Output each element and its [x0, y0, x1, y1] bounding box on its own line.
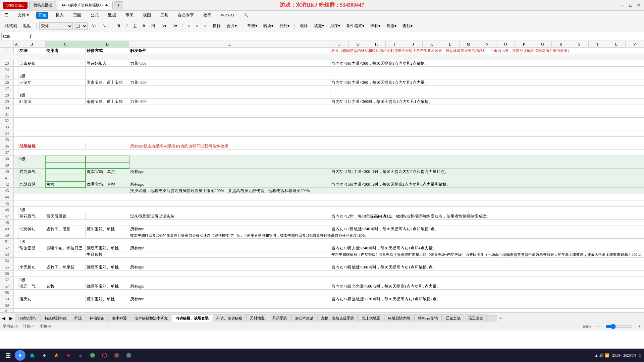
cell-d29[interactable]: 家传宝箱、道士宝箱 [86, 99, 129, 105]
sheet-tab-仙术神通[interactable]: 仙术神通 [108, 314, 130, 322]
sheet-tab-丹药系统[interactable]: 丹药系统 [269, 314, 291, 322]
col-header-j[interactable]: J [404, 41, 423, 48]
close-btn[interactable]: ✕ [636, 3, 641, 8]
col-header-h[interactable]: H [367, 41, 386, 48]
sheet-tab-外功[interactable]: 外功、轻功秘籍 [213, 314, 246, 322]
taskbar-app7[interactable]: ⬣ [123, 350, 134, 361]
align-left[interactable]: ≡ [185, 22, 192, 29]
align-right[interactable]: ≡ [202, 22, 209, 29]
cell-b42[interactable]: 九阴真经 [18, 181, 45, 188]
cell-b55[interactable]: 小无相功 [18, 264, 45, 270]
cell-f47[interactable]: 当内功<12时，每10天提高内功3点、敏捷6点和投掷熟练度12点，使用者性别强制… [330, 213, 644, 220]
taskbar-browser2[interactable]: ◉ [27, 350, 38, 361]
cell-b57[interactable]: 3级 [18, 277, 45, 283]
file-tab[interactable]: black的水许资料加强版1.0 4- [58, 1, 112, 9]
menu-review[interactable]: 审阅 [123, 12, 136, 19]
menu-hamburger[interactable]: ☰ [3, 12, 10, 18]
wrap-text[interactable]: 换行 [210, 22, 223, 30]
cell-f29[interactable]: 当内功<1目力量<300时，每10天提高1点内功和1点敏捷。 [330, 99, 644, 105]
cell-f57b[interactable]: 当内功<6目当力量<180点时，每10天提高1点内功和3点力量。 [330, 283, 644, 290]
sheet-tab-辽金[interactable]: 辽金之战 [442, 314, 464, 322]
cell-c36[interactable] [45, 143, 86, 149]
cell-b53[interactable] [18, 251, 45, 258]
sort-btn[interactable]: 排序▾ [328, 22, 342, 30]
cell-e23[interactable]: 力量<300 [129, 60, 330, 67]
col-header-k[interactable]: K [423, 41, 441, 48]
cell-a57b[interactable] [14, 283, 18, 290]
col-header-q[interactable]: Q [533, 41, 552, 48]
sheet-tab-北宋大地图[interactable]: 北宋大地图 [358, 314, 384, 322]
sheet-tab-bk版剧情[interactable]: bk版剧情大纲 [384, 314, 414, 322]
cell-c1[interactable]: 使用者 [45, 48, 86, 54]
cell-e53[interactable] [129, 251, 330, 258]
cell-c47[interactable]: 百天后重置 [45, 213, 86, 220]
cell-f40[interactable]: 当内功<15目力量<300点时，每10天提高内功2点和提高力量12点。 [330, 169, 644, 175]
cell-b50[interactable] [18, 232, 45, 239]
cell-f59[interactable]: 当内功<6目当敏捷<120点时，每10天提高内功1点和敏捷2点。 [330, 296, 644, 302]
cell-b52[interactable]: 瑜伽密盛 [18, 245, 45, 251]
fill-color-btn[interactable]: A▾ [159, 22, 169, 29]
cell-f23[interactable]: 当内功<6目力量<300，每10天提高1点内功和2点敏捷。 [330, 60, 644, 67]
cell-c25[interactable] [45, 73, 86, 79]
cell-c41[interactable] [45, 175, 86, 181]
sheet-tab-特殊npc[interactable]: 特殊npc副情 [414, 314, 442, 322]
cell-b1[interactable]: 功法 [18, 48, 45, 54]
cell-e28[interactable] [129, 92, 330, 99]
cell-c57b[interactable]: 玄妆 [45, 283, 86, 290]
cell-d53[interactable]: 生命传授 [86, 251, 129, 258]
cell-d1[interactable]: 获得方式 [86, 48, 129, 54]
cell-a43[interactable] [14, 188, 18, 194]
taskbar-app3[interactable]: ▲ [75, 350, 86, 361]
cell-a25[interactable] [14, 73, 18, 79]
cell-f24[interactable] [330, 67, 644, 73]
menu-insert[interactable]: 插入 [54, 12, 66, 19]
minimize-btn[interactable]: ─ [620, 3, 625, 8]
cell-e1[interactable]: 触发条件 [129, 48, 330, 54]
cell-f55[interactable]: 当内功<9目敏捷<180点时，每10天提高内功1点和敏捷3点。 [330, 264, 644, 270]
add-sheet-btn[interactable]: + [497, 315, 504, 322]
col-header-n[interactable]: N [478, 41, 496, 48]
cell-e26[interactable]: 力量<300 [129, 79, 330, 86]
cell-b47[interactable]: 葵花真气 [18, 213, 45, 220]
col-header-u[interactable]: U [607, 41, 626, 48]
cell-c24[interactable] [45, 67, 86, 73]
cell-d28[interactable] [86, 92, 129, 99]
zoom-out-btn[interactable]: － [596, 324, 600, 329]
maximize-btn[interactable]: □ [628, 3, 633, 8]
cell-d50[interactable] [86, 232, 129, 239]
cell-c42[interactable]: 黄蓉 [45, 181, 86, 188]
sheet-tab-法术秘籍[interactable]: 法术秘籍和法术研究 [131, 314, 171, 322]
cell-e24[interactable] [129, 67, 330, 73]
cell-e43[interactable]: 投掷武器，远程投掷后提高自身临时血量上限至200%，并提高自身近战伤害、远程伤害… [129, 188, 644, 194]
cell-a53[interactable] [14, 251, 18, 258]
formula-input[interactable] [33, 33, 643, 40]
menu-member[interactable]: 会员专享 [176, 12, 196, 19]
taskbar-app2[interactable]: ♠ [63, 350, 74, 361]
cell-e38[interactable] [129, 156, 644, 162]
menu-data[interactable]: 数据 [106, 12, 118, 19]
cell-e42[interactable]: 所有npc [129, 181, 330, 188]
cell-d40[interactable]: 魔军宝箱、单挑 [86, 169, 129, 175]
cell-b46[interactable]: 5级 [18, 207, 45, 213]
col-header-r[interactable]: R [552, 41, 570, 48]
cell-b28[interactable]: 1级 [18, 92, 45, 99]
cell-f1[interactable]: 效果（相同类型的外功和轻功功法同时携带不会对主角产生叠加效果，默认修炼等级更高的… [330, 48, 644, 54]
cell-d43[interactable] [86, 188, 129, 194]
menu-view[interactable]: 视图 [141, 12, 153, 19]
toolbar-paste[interactable]: 粘贴 [21, 22, 34, 30]
cell-e59[interactable]: 所有npc [129, 296, 330, 302]
cell-a46[interactable] [14, 207, 18, 213]
cell-c28[interactable] [45, 92, 86, 99]
table-btn[interactable]: 表格 [298, 22, 310, 30]
cell-c53[interactable] [45, 251, 86, 258]
cell-b27[interactable] [18, 86, 45, 92]
cell-e49[interactable]: 所有npc [129, 226, 330, 232]
cell-c55[interactable]: 虚竹子、鸠摩智 [45, 264, 86, 270]
col-header-b[interactable]: B [18, 41, 45, 48]
cell-c52[interactable]: 贡嘎宁布、米拉日巴 [45, 245, 86, 251]
cell-a27[interactable] [14, 86, 18, 92]
font-decrease[interactable]: A↓ [100, 22, 110, 29]
filter2-btn[interactable]: 筛选▾ [384, 22, 399, 30]
cell-a26[interactable] [14, 79, 18, 86]
sheet-tab-宠物[interactable]: 宠物、友情支援系统 [317, 314, 358, 322]
